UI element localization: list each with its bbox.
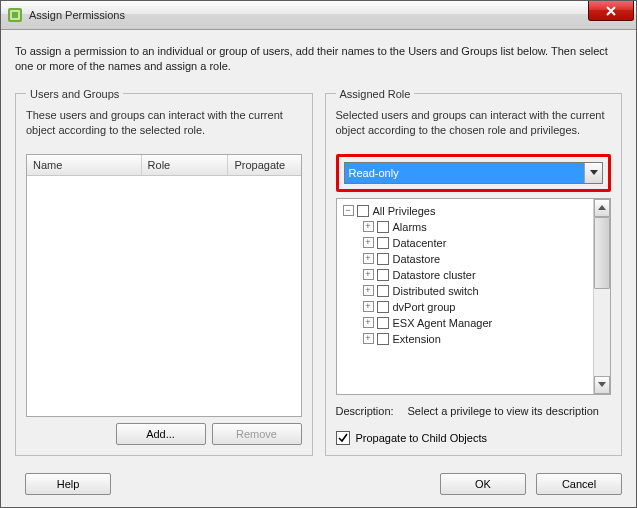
tree-node[interactable]: +dvPort group (339, 299, 592, 315)
tree-label: Datastore (393, 253, 441, 265)
users-groups-panel: Users and Groups These users and groups … (15, 88, 313, 456)
tree-node[interactable]: +Datastore (339, 251, 592, 267)
assign-permissions-window: Assign Permissions To assign a permissio… (0, 0, 637, 508)
tree-label: Distributed switch (393, 285, 479, 297)
users-table[interactable]: Name Role Propagate (26, 154, 302, 417)
role-select-button[interactable] (584, 163, 602, 183)
role-select[interactable]: Read-only (344, 162, 604, 184)
close-button[interactable] (588, 1, 634, 21)
add-button[interactable]: Add... (116, 423, 206, 445)
panels: Users and Groups These users and groups … (15, 88, 622, 456)
column-role[interactable]: Role (142, 155, 229, 175)
tree-label: Alarms (393, 221, 427, 233)
checkbox[interactable] (377, 285, 389, 297)
scroll-down-button[interactable] (594, 376, 610, 394)
table-body[interactable] (27, 176, 301, 416)
intro-text: To assign a permission to an individual … (15, 44, 622, 74)
ok-button[interactable]: OK (440, 473, 526, 495)
expand-icon[interactable]: + (363, 253, 374, 264)
chevron-down-icon (590, 170, 598, 176)
scrollbar[interactable] (593, 199, 610, 394)
footer: Help OK Cancel (1, 464, 636, 507)
help-button[interactable]: Help (25, 473, 111, 495)
close-icon (605, 6, 617, 16)
table-header: Name Role Propagate (27, 155, 301, 176)
tree-label-root: All Privileges (373, 205, 436, 217)
remove-button[interactable]: Remove (212, 423, 302, 445)
expand-icon[interactable]: + (363, 285, 374, 296)
expand-icon[interactable]: + (363, 301, 374, 312)
expand-icon[interactable]: + (363, 317, 374, 328)
description-label: Description: (336, 405, 408, 417)
checkbox[interactable] (377, 333, 389, 345)
checkbox[interactable] (377, 269, 389, 281)
tree-node[interactable]: +Datastore cluster (339, 267, 592, 283)
users-button-row: Add... Remove (26, 423, 302, 445)
tree-label: dvPort group (393, 301, 456, 313)
tree-label: Datastore cluster (393, 269, 476, 281)
tree-label: Datacenter (393, 237, 447, 249)
tree-node[interactable]: +Alarms (339, 219, 592, 235)
titlebar: Assign Permissions (1, 1, 636, 30)
collapse-icon[interactable]: − (343, 205, 354, 216)
scrollbar-track[interactable] (594, 217, 610, 376)
privileges-tree-wrap: − All Privileges +Alarms +Datacenter +Da… (336, 198, 612, 395)
assigned-role-panel: Assigned Role Selected users and groups … (325, 88, 623, 456)
tree-node-root[interactable]: − All Privileges (339, 203, 592, 219)
checkbox[interactable] (377, 237, 389, 249)
expand-icon[interactable]: + (363, 237, 374, 248)
column-name[interactable]: Name (27, 155, 142, 175)
checkbox[interactable] (377, 221, 389, 233)
expand-icon[interactable]: + (363, 221, 374, 232)
expand-icon[interactable]: + (363, 333, 374, 344)
tree-node[interactable]: +Distributed switch (339, 283, 592, 299)
window-title: Assign Permissions (29, 9, 588, 21)
column-propagate[interactable]: Propagate (228, 155, 300, 175)
scrollbar-thumb[interactable] (594, 217, 610, 289)
expand-icon[interactable]: + (363, 269, 374, 280)
propagate-checkbox[interactable] (336, 431, 350, 445)
description-value: Select a privilege to view its descripti… (408, 405, 612, 417)
scroll-up-button[interactable] (594, 199, 610, 217)
tree-label: ESX Agent Manager (393, 317, 493, 329)
content-area: To assign a permission to an individual … (1, 30, 636, 464)
assigned-role-desc: Selected users and groups can interact w… (336, 108, 612, 144)
checkbox[interactable] (377, 301, 389, 313)
app-icon (7, 7, 23, 23)
description-row: Description: Select a privilege to view … (336, 405, 612, 417)
propagate-label: Propagate to Child Objects (356, 432, 487, 444)
tree-node[interactable]: +Datacenter (339, 235, 592, 251)
tree-label: Extension (393, 333, 441, 345)
propagate-row: Propagate to Child Objects (336, 431, 612, 445)
users-groups-legend: Users and Groups (26, 88, 123, 100)
svg-rect-2 (12, 12, 18, 18)
role-select-value: Read-only (345, 163, 585, 183)
users-groups-desc: These users and groups can interact with… (26, 108, 302, 144)
privileges-tree[interactable]: − All Privileges +Alarms +Datacenter +Da… (337, 199, 594, 394)
role-select-highlight: Read-only (336, 154, 612, 192)
checkbox[interactable] (357, 205, 369, 217)
tree-node[interactable]: +Extension (339, 331, 592, 347)
cancel-button[interactable]: Cancel (536, 473, 622, 495)
checkbox[interactable] (377, 253, 389, 265)
checkbox[interactable] (377, 317, 389, 329)
tree-node[interactable]: +ESX Agent Manager (339, 315, 592, 331)
assigned-role-legend: Assigned Role (336, 88, 415, 100)
